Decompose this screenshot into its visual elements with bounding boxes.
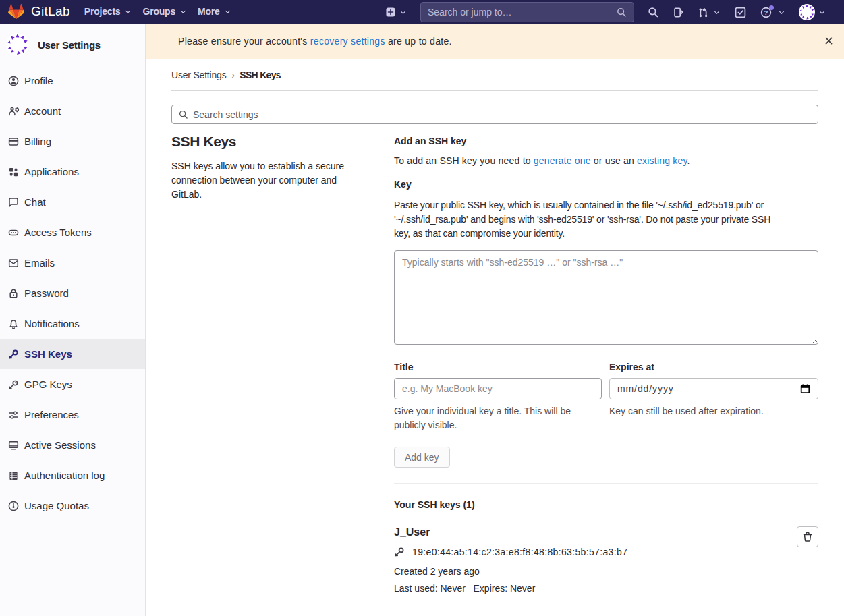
svg-text:?: ?: [764, 8, 768, 16]
